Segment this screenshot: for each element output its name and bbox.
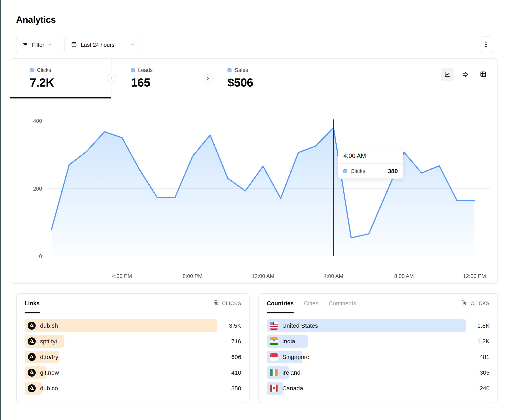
list-item-value: 1.2K xyxy=(477,335,490,348)
list-item-label: d.to/try xyxy=(40,354,58,360)
list-item-value: 240 xyxy=(480,382,490,395)
flag-in-icon xyxy=(270,337,278,345)
filter-lines-icon xyxy=(22,41,28,49)
flag-sg-icon xyxy=(270,353,278,361)
links-metric[interactable]: CLICKS xyxy=(213,300,241,307)
funnel-icon xyxy=(462,71,469,79)
stat-value: 165 xyxy=(131,76,208,89)
list-item-spti-fyi[interactable]: spti.fyi716 xyxy=(25,335,241,348)
line-chart-icon xyxy=(444,71,451,79)
flag-ie-icon xyxy=(270,369,278,377)
chart-tooltip: 4:00 AM Clicks 380 xyxy=(338,148,403,179)
list-item-label: Ireland xyxy=(282,369,300,376)
chart-view-switcher xyxy=(441,68,490,81)
list-item-value: 305 xyxy=(480,366,490,379)
countries-metric-label: CLICKS xyxy=(471,301,490,306)
geo-tab-countries[interactable]: Countries xyxy=(267,294,294,313)
stat-legend-square xyxy=(228,68,232,72)
funnel-view-button[interactable] xyxy=(459,68,472,81)
dub-logo-icon xyxy=(28,322,36,330)
list-item-label: India xyxy=(282,338,295,345)
cursor-click-icon xyxy=(461,300,468,307)
list-item-value: 481 xyxy=(480,351,490,363)
links-metric-label: CLICKS xyxy=(222,301,241,306)
list-item-label: United States xyxy=(282,322,318,329)
svg-text:4:00 PM: 4:00 PM xyxy=(112,273,132,279)
list-item-value: 3.5K xyxy=(229,319,241,332)
page-left-edge xyxy=(0,0,1,420)
svg-text:8:00 PM: 8:00 PM xyxy=(182,273,202,279)
tooltip-series-label: Clicks xyxy=(351,168,365,174)
kebab-menu-icon xyxy=(483,40,489,49)
svg-text:0: 0 xyxy=(39,253,42,259)
list-item-label: Singapore xyxy=(282,354,309,360)
geo-tab-continents[interactable]: Continents xyxy=(329,294,356,313)
stats-row: Clicks7.2KLeads165Sales$506 xyxy=(10,59,498,98)
filter-button[interactable]: Filter xyxy=(16,37,59,53)
links-tab-links[interactable]: Links xyxy=(25,294,40,313)
more-options-button[interactable] xyxy=(480,36,492,53)
list-item-india[interactable]: India1.2K xyxy=(267,335,490,348)
list-item-value: 716 xyxy=(231,335,241,348)
dub-logo-icon xyxy=(28,384,36,392)
clicks-area-chart[interactable]: 02004004:00 PM8:00 PM12:00 AM4:00 AM8:00… xyxy=(10,98,498,283)
filter-button-label: Filter xyxy=(32,42,44,48)
tooltip-time: 4:00 AM xyxy=(338,148,403,164)
svg-text:12:00 PM: 12:00 PM xyxy=(463,273,486,279)
list-item-dub-sh[interactable]: dub.sh3.5K xyxy=(25,319,241,332)
date-range-label: Last 24 hours xyxy=(81,42,114,48)
flag-ca-icon xyxy=(270,384,278,392)
stat-label: Clicks xyxy=(37,67,51,73)
list-item-label: dub.sh xyxy=(40,322,58,329)
links-panel: Links CLICKS dub.sh3.5Kspti.fyi716d.to/t… xyxy=(16,293,250,403)
list-item-git-new[interactable]: git.new410 xyxy=(25,366,241,379)
geo-tab-cities[interactable]: Cities xyxy=(304,294,318,313)
list-item-value: 410 xyxy=(231,366,241,379)
stat-legend-square xyxy=(131,68,135,72)
countries-metric[interactable]: CLICKS xyxy=(461,300,490,307)
chevron-down-icon xyxy=(48,42,53,48)
list-item-ireland[interactable]: Ireland305 xyxy=(267,366,490,379)
list-item-value: 350 xyxy=(231,382,241,395)
list-item-singapore[interactable]: Singapore481 xyxy=(267,351,490,363)
list-item-d-to-try[interactable]: d.to/try606 xyxy=(25,351,241,363)
list-item-dub-co[interactable]: dub.co350 xyxy=(25,382,241,395)
list-item-label: Canada xyxy=(282,385,303,392)
analytics-chart-card: Clicks7.2KLeads165Sales$506 xyxy=(10,58,498,284)
chevron-down-icon xyxy=(130,42,135,48)
date-range-button[interactable]: Last 24 hours xyxy=(64,37,142,53)
toolbar: Filter Last 24 hours xyxy=(16,37,142,53)
links-panel-header: Links CLICKS xyxy=(17,294,249,313)
list-item-value: 1.8K xyxy=(477,319,490,332)
list-item-label: git.new xyxy=(40,369,59,376)
countries-panel: CountriesCitiesContinents CLICKS United … xyxy=(258,293,498,403)
links-tabs: Links xyxy=(25,294,40,313)
links-list: dub.sh3.5Kspti.fyi716d.to/try606git.new4… xyxy=(17,313,249,395)
stat-expand-button[interactable] xyxy=(203,74,213,83)
stat-tab-leads[interactable]: Leads165 xyxy=(112,59,208,98)
table-grid-icon xyxy=(480,71,487,79)
calendar-icon xyxy=(71,41,77,49)
line-chart-view-button[interactable] xyxy=(441,68,454,81)
list-item-united-states[interactable]: United States1.8K xyxy=(267,319,490,332)
stat-value: 7.2K xyxy=(30,76,111,89)
page-title: Analytics xyxy=(16,14,56,25)
list-item-label: dub.co xyxy=(40,385,58,392)
svg-text:400: 400 xyxy=(33,118,42,124)
cursor-click-icon xyxy=(213,300,219,307)
dub-logo-icon xyxy=(28,337,36,345)
svg-text:8:00 AM: 8:00 AM xyxy=(394,273,414,279)
svg-text:12:00 AM: 12:00 AM xyxy=(252,273,274,279)
list-item-canada[interactable]: Canada240 xyxy=(267,382,490,395)
table-view-button[interactable] xyxy=(477,68,490,81)
stat-expand-button[interactable] xyxy=(107,74,116,83)
stat-label: Leads xyxy=(138,67,153,73)
countries-list: United States1.8KIndia1.2KSingapore481Ir… xyxy=(259,313,498,395)
stat-tab-clicks[interactable]: Clicks7.2K xyxy=(10,59,112,98)
clicks-legend-square xyxy=(343,169,347,173)
tooltip-value: 380 xyxy=(388,168,398,174)
svg-text:4:00 AM: 4:00 AM xyxy=(324,273,343,279)
flag-us-icon xyxy=(270,322,278,330)
list-item-value: 606 xyxy=(231,351,241,363)
list-item-label: spti.fyi xyxy=(40,338,57,345)
